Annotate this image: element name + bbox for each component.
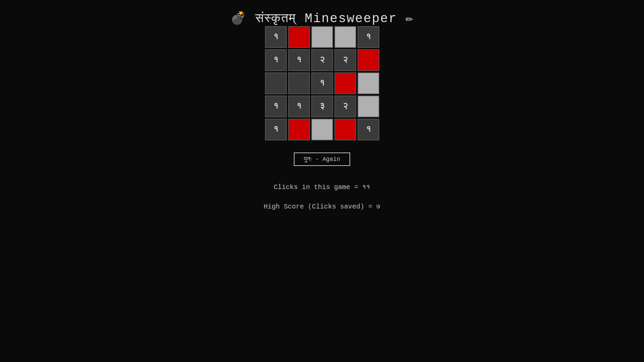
page-title: 💣 संस्कृतम् Minesweeper ✏️ <box>230 10 414 26</box>
grid-cell[interactable] <box>265 72 287 94</box>
grid-cell[interactable]: १ <box>265 96 287 117</box>
grid-cell[interactable] <box>358 96 379 117</box>
minesweeper-grid: ११११२२१११३२११ <box>265 26 379 140</box>
grid-cell[interactable]: १ <box>311 72 333 94</box>
grid-cell[interactable]: २ <box>334 96 356 117</box>
grid-cell[interactable]: २ <box>334 49 356 71</box>
grid-cell[interactable] <box>311 26 333 48</box>
grid-cell[interactable]: ३ <box>311 96 333 117</box>
grid-cell[interactable]: १ <box>265 119 287 140</box>
grid-cell[interactable]: १ <box>265 26 287 48</box>
highscore-stat: High Score (Clicks saved) = ७ <box>264 199 380 215</box>
title-text: संस्कृतम् Minesweeper <box>255 11 397 26</box>
grid-cell[interactable]: २ <box>311 49 333 71</box>
grid-cell[interactable] <box>334 72 356 94</box>
grid-cell[interactable] <box>311 119 333 140</box>
grid-cell[interactable] <box>288 119 310 140</box>
grid-cell[interactable] <box>358 72 379 94</box>
grid-cell[interactable]: १ <box>358 119 379 140</box>
game-stats: Clicks in this game = ११ High Score (Cli… <box>264 179 380 218</box>
grid-cell[interactable] <box>334 119 356 140</box>
pencil-icon: ✏️ <box>406 11 414 26</box>
grid-cell[interactable]: १ <box>265 49 287 71</box>
grid-cell[interactable] <box>288 72 310 94</box>
grid-cell[interactable]: १ <box>288 49 310 71</box>
clicks-stat: Clicks in this game = ११ <box>264 179 380 195</box>
grid-cell[interactable] <box>358 49 379 71</box>
grid-cell[interactable]: १ <box>288 96 310 117</box>
grid-cell[interactable] <box>334 26 356 48</box>
grid-cell[interactable]: १ <box>358 26 379 48</box>
play-again-button[interactable]: पुनः - Again <box>294 153 350 166</box>
grid-cell[interactable] <box>288 26 310 48</box>
bomb-icon: 💣 <box>230 11 247 26</box>
